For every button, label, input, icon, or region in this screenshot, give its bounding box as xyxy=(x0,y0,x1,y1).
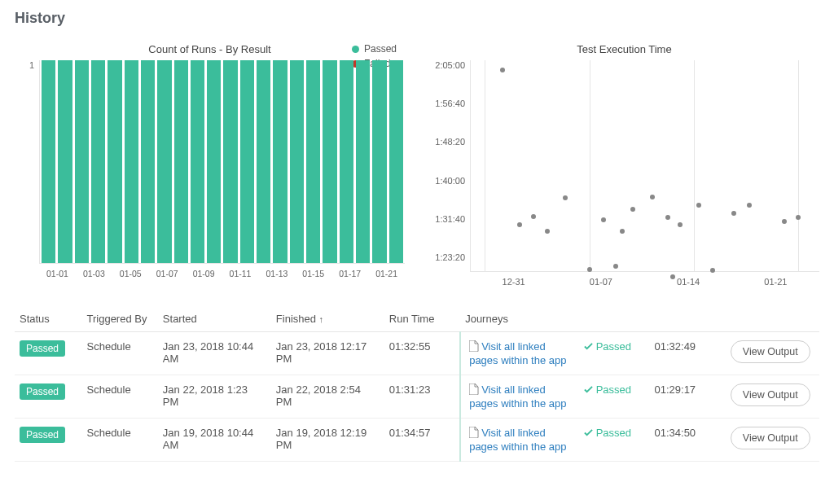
legend-swatch-passed xyxy=(352,46,359,53)
scatter-ytick: 1:31:40 xyxy=(435,214,465,224)
bar xyxy=(290,60,304,263)
scatter-gridline xyxy=(590,60,590,271)
bar xyxy=(191,60,204,263)
table-header-row: Status Triggered By Started Finished ↑ R… xyxy=(15,306,819,332)
scatter-point xyxy=(613,264,618,269)
bar-xtick: 01-09 xyxy=(186,269,222,278)
bar-xtick: 01-15 xyxy=(295,269,331,278)
scatter-point xyxy=(678,222,683,227)
journey-link[interactable]: Visit all linked pages within the app xyxy=(469,383,566,410)
scatter-chart-card: Test Execution Time 2:05:001:56:401:48:2… xyxy=(429,43,819,287)
cell-run-time: 01:32:55 xyxy=(384,332,460,375)
bar xyxy=(58,60,72,263)
scatter-chart-title: Test Execution Time xyxy=(429,43,819,55)
status-badge: Passed xyxy=(20,383,65,400)
th-status[interactable]: Status xyxy=(15,306,82,332)
bar-ytick: 1 xyxy=(29,60,34,70)
cell-run-time: 01:34:57 xyxy=(384,419,460,462)
bar-xtick: 01-11 xyxy=(222,269,259,278)
scatter-point xyxy=(531,214,536,219)
bar xyxy=(340,60,353,263)
cell-triggered-by: Schedule xyxy=(82,419,158,462)
cell-finished: Jan 19, 2018 12:19 PM xyxy=(271,419,384,462)
cell-started: Jan 22, 2018 1:23 PM xyxy=(158,375,271,419)
th-run-time[interactable]: Run Time xyxy=(384,306,460,332)
scatter-point xyxy=(665,215,670,220)
cell-triggered-by: Schedule xyxy=(82,332,158,375)
cell-finished: Jan 23, 2018 12:17 PM xyxy=(271,332,384,375)
scatter-ytick: 1:56:40 xyxy=(435,99,465,108)
scatter-gridline xyxy=(798,60,799,271)
cell-started: Jan 19, 2018 10:44 AM xyxy=(158,419,271,462)
bar-xtick: 01-01 xyxy=(39,269,76,278)
bar xyxy=(356,60,370,263)
scatter-point xyxy=(696,203,701,208)
scatter-point xyxy=(517,222,522,227)
bar-chart-area: 1 xyxy=(15,60,405,264)
bar xyxy=(389,60,403,263)
scatter-gridline xyxy=(485,60,485,271)
view-output-button[interactable]: View Output xyxy=(731,383,810,406)
journey-link[interactable]: Visit all linked pages within the app xyxy=(469,340,566,366)
status-badge: Passed xyxy=(20,427,65,443)
sort-ascending-icon: ↑ xyxy=(319,314,324,324)
scatter-ytick: 1:23:20 xyxy=(435,252,465,262)
scatter-xtick: 01-21 xyxy=(732,277,819,287)
scatter-point xyxy=(782,219,787,224)
legend-item-passed: Passed xyxy=(352,43,397,55)
charts-row: Count of Runs - By Result Passed Failed … xyxy=(15,43,819,287)
th-journey-time xyxy=(649,306,725,332)
scatter-area: 2:05:001:56:401:48:201:40:001:31:401:23:… xyxy=(429,60,819,272)
view-output-button[interactable]: View Output xyxy=(731,340,810,363)
bar-plot xyxy=(39,60,405,264)
bar-xtick: 01-21 xyxy=(368,269,405,278)
scatter-ytick: 1:48:20 xyxy=(435,137,465,147)
scatter-point xyxy=(563,195,568,200)
scatter-point xyxy=(587,267,592,272)
bar-chart-title: Count of Runs - By Result xyxy=(15,43,405,55)
bar-yaxis: 1 xyxy=(15,60,39,264)
scatter-xtick: 01-07 xyxy=(557,277,644,287)
scatter-point xyxy=(710,268,715,273)
bar xyxy=(273,60,287,263)
scatter-point xyxy=(670,274,675,279)
scatter-xtick: 12-31 xyxy=(470,277,557,287)
scatter-ytick: 1:40:00 xyxy=(435,176,465,186)
journey-status: Passed xyxy=(584,427,631,439)
th-finished[interactable]: Finished ↑ xyxy=(271,306,384,332)
bar xyxy=(174,60,188,263)
cell-run-time: 01:31:23 xyxy=(384,375,460,419)
th-triggered-by[interactable]: Triggered By xyxy=(82,306,158,332)
scatter-xtick: 01-14 xyxy=(645,277,732,287)
bar xyxy=(157,60,171,263)
scatter-point xyxy=(500,68,505,72)
bar xyxy=(223,60,237,263)
bar xyxy=(372,60,386,263)
page-title: History xyxy=(15,10,819,27)
bar xyxy=(91,60,105,263)
history-tbody: PassedScheduleJan 23, 2018 10:44 AMJan 2… xyxy=(15,332,819,462)
scatter-yaxis: 2:05:001:56:401:48:201:40:001:31:401:23:… xyxy=(429,60,470,272)
scatter-point xyxy=(747,203,752,208)
cell-journey-time: 01:32:49 xyxy=(649,332,725,375)
view-output-button[interactable]: View Output xyxy=(731,427,810,449)
table-row: PassedScheduleJan 23, 2018 10:44 AMJan 2… xyxy=(15,332,819,375)
scatter-gridline xyxy=(694,60,695,271)
bar-xtick: 01-13 xyxy=(258,269,295,278)
th-journey-status xyxy=(579,306,650,332)
th-started[interactable]: Started xyxy=(158,306,271,332)
bar-xtick: 01-07 xyxy=(149,269,186,278)
scatter-point xyxy=(630,207,635,212)
journey-link[interactable]: Visit all linked pages within the app xyxy=(469,427,566,453)
scatter-point xyxy=(650,195,655,199)
cell-triggered-by: Schedule xyxy=(82,375,158,419)
cell-journey-time: 01:34:50 xyxy=(649,419,725,462)
bar xyxy=(75,60,89,263)
bar xyxy=(207,60,221,263)
cell-journey-time: 01:29:17 xyxy=(649,375,725,419)
journey-status: Passed xyxy=(584,340,631,353)
table-row: PassedScheduleJan 19, 2018 10:44 AMJan 1… xyxy=(15,419,819,462)
bar-xtick: 01-17 xyxy=(331,269,368,278)
scatter-xaxis: 12-3101-0701-1401-21 xyxy=(470,272,819,287)
th-journeys[interactable]: Journeys xyxy=(460,306,578,332)
